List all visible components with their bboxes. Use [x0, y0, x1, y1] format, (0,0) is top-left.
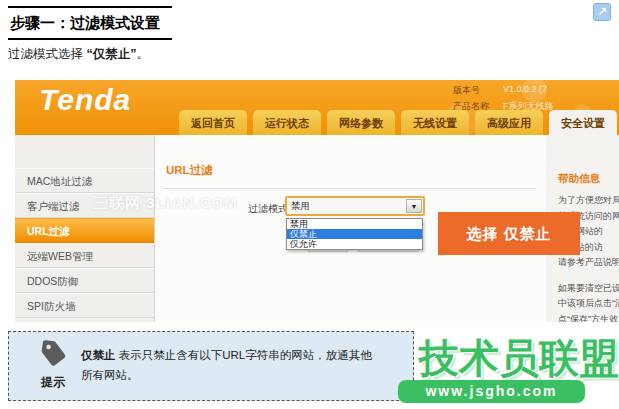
tag-icon — [39, 339, 68, 368]
sidebar-menu: MAC地址过滤客户端过滤URL过滤远端WEB管理DDOS防御SPI防火墙 — [15, 135, 155, 322]
sidebar-item[interactable]: MAC地址过滤 — [15, 168, 154, 193]
step-title: 步骤一：过滤模式设置 — [8, 6, 172, 40]
nav-tab[interactable]: 无线设置 — [401, 110, 469, 135]
intro-text: 过滤模式选择 “仅禁止”。 — [8, 46, 149, 63]
callout-select-button: 选择 仅禁止 — [438, 212, 580, 255]
help-title: 帮助信息 — [558, 172, 619, 186]
jsgho-url-badge: www.jsgho.com — [398, 380, 585, 403]
external-link-icon[interactable]: ↗ — [593, 3, 611, 21]
filter-mode-select[interactable]: 禁用 ▼ — [285, 196, 425, 216]
dropdown-option[interactable]: 仅禁止 — [287, 229, 422, 239]
dropdown-option[interactable]: 禁用 — [287, 219, 422, 229]
tenda-logo: Tenda — [39, 83, 131, 117]
version-label: 版本号 — [453, 84, 503, 97]
nav-tab[interactable]: 网络参数 — [327, 110, 395, 135]
tip-text: 仅禁止 表示只禁止含有以下URL字符串的网站，放通其他所有网站。 — [81, 345, 379, 385]
intro-bold-term: “仅禁止” — [86, 47, 136, 61]
sidebar-item[interactable]: DDOS防御 — [15, 268, 154, 293]
help-text-line: 中该项后点击“清 — [558, 296, 619, 312]
router-header: Tenda 版本号 V1.0.0.2 (7 产品名称 F系列无线路 返回首页运行… — [15, 80, 619, 135]
nav-tab[interactable]: 高级应用 — [475, 110, 543, 135]
version-value: V1.0.0.2 (7 — [503, 84, 547, 97]
tip-bold-term: 仅禁止 — [81, 349, 116, 361]
chevron-down-icon[interactable]: ▼ — [406, 199, 422, 213]
divider — [163, 188, 536, 189]
filter-mode-dropdown: 禁用仅禁止仅允许 — [286, 218, 423, 250]
tip-box: 提示 仅禁止 表示只禁止含有以下URL字符串的网站，放通其他所有网站。 — [8, 331, 414, 401]
dropdown-option[interactable]: 仅允许 — [287, 239, 422, 249]
nav-tab[interactable]: 运行状态 — [253, 110, 321, 135]
tip-text-body: 表示只禁止含有以下URL字符串的网站，放通其他所有网站。 — [81, 349, 372, 381]
sidebar-item[interactable]: SPI防火墙 — [15, 293, 154, 318]
panel-title: URL过滤 — [166, 163, 213, 178]
intro-suffix: 。 — [136, 47, 149, 61]
select-value: 禁用 — [287, 200, 406, 213]
watermark: 三联网 3LIAN.COM — [93, 194, 238, 213]
nav-tab[interactable]: 返回首页 — [179, 110, 247, 135]
help-text-line: 请参考产品说明 — [558, 255, 619, 271]
jsgho-logo-text: 技术员联盟 — [419, 331, 619, 386]
sidebar-item[interactable]: URL过滤 — [15, 218, 154, 243]
nav-tab[interactable]: 安全设置 — [549, 110, 617, 135]
tip-icon-wrap: 提示 — [29, 339, 77, 391]
nav-tabs: 返回首页运行状态网络参数无线设置高级应用安全设置 — [179, 110, 617, 135]
help-text-line: 点“保存”方生效 — [558, 312, 619, 323]
sidebar-item[interactable]: 远端WEB管理 — [15, 243, 154, 268]
help-text-line: 为了方便您对局 — [558, 193, 619, 209]
intro-prefix: 过滤模式选择 — [8, 47, 86, 61]
router-admin-screenshot: Tenda 版本号 V1.0.0.2 (7 产品名称 F系列无线路 返回首页运行… — [15, 80, 619, 322]
help-text-line: 如果要清空已设 — [558, 281, 619, 297]
tip-label: 提示 — [29, 374, 77, 391]
version-row: 版本号 V1.0.0.2 (7 — [453, 84, 554, 97]
filter-mode-label: 过滤模式 — [248, 202, 288, 216]
